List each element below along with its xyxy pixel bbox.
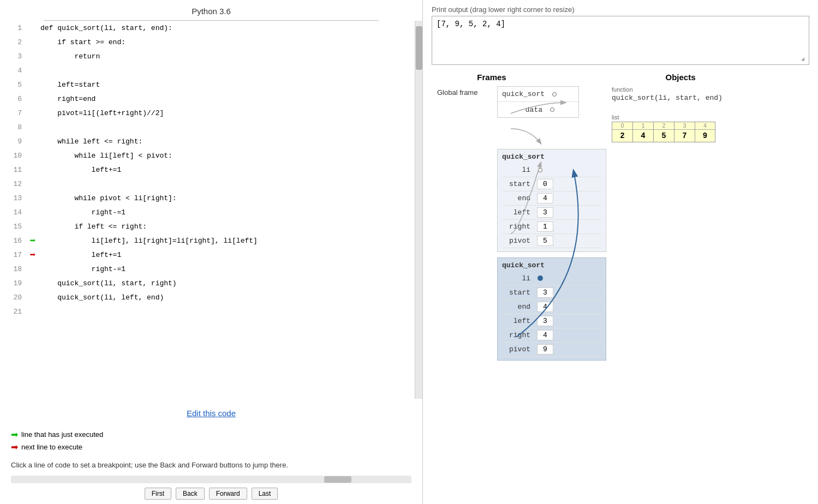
cell-index-4: 4 <box>695 122 715 130</box>
h-scrollbar-thumb[interactable] <box>324 476 351 483</box>
code-line-19[interactable]: 19 quick_sort(li, start, right) <box>0 276 415 290</box>
frame1-row: quick_sort listart0end4left3right1pivot5 <box>437 149 809 252</box>
var-name-li: li <box>502 166 535 174</box>
line-arrow-2 <box>27 35 38 49</box>
frame-var-right: right4 <box>502 328 601 343</box>
line-code-7: pivot=li[(left+right)//2] <box>38 106 415 120</box>
var-name-quicksort: quick_sort <box>498 90 549 98</box>
var-value-left: 3 <box>537 316 553 326</box>
code-line-18[interactable]: 18 right-=1 <box>0 262 415 276</box>
code-line-9[interactable]: 9 while left <= right: <box>0 134 415 148</box>
var-name-right: right <box>502 331 535 339</box>
frame-var-li: li <box>502 163 601 177</box>
code-line-20[interactable]: 20 quick_sort(li, left, end) <box>0 290 415 304</box>
var-value-right: 4 <box>537 330 553 340</box>
legend-green-label: line that has just executed <box>21 430 103 439</box>
var-value-start: 3 <box>537 287 553 298</box>
frames-col-header: Frames <box>432 73 552 82</box>
line-arrow-5 <box>27 77 38 92</box>
line-number-2: 2 <box>0 35 27 49</box>
list-cell-3: 37 <box>674 122 695 142</box>
frame1-vars: listart0end4left3right1pivot5 <box>502 163 601 248</box>
last-button[interactable]: Last <box>252 488 278 500</box>
function-obj-name: quick_sort(li, start, end) <box>612 94 809 102</box>
code-scrollbar[interactable] <box>415 21 422 399</box>
objects-area: function quick_sort(li, start, end) list… <box>612 86 809 142</box>
list-cell-1: 14 <box>632 122 653 142</box>
line-arrow-20 <box>27 290 38 304</box>
code-line-5[interactable]: 5 left=start <box>0 77 415 92</box>
var-name-data: data <box>498 106 547 114</box>
green-arrow-icon: ➡ <box>11 429 18 440</box>
line-code-10: while li[left] < pivot: <box>38 148 415 163</box>
code-line-21[interactable]: 21 <box>0 304 415 319</box>
var-name-pivot: pivot <box>502 345 535 353</box>
line-arrow-1 <box>27 21 38 35</box>
code-line-10[interactable]: 10 while li[left] < pivot: <box>0 148 415 163</box>
cell-index-2: 2 <box>654 122 674 130</box>
frame-var-right: right1 <box>502 220 601 234</box>
forward-button[interactable]: Forward <box>209 488 247 500</box>
line-arrow-15 <box>27 219 38 233</box>
line-number-17: 17 <box>0 248 27 262</box>
global-frame-label: Global frame <box>437 86 497 97</box>
var-name-start: start <box>502 289 535 297</box>
list-cell-0: 02 <box>612 122 632 142</box>
line-code-2: if start >= end: <box>38 35 415 49</box>
print-output-value: [7, 9, 5, 2, 4] <box>437 20 505 28</box>
var-dot-li <box>535 274 546 283</box>
var-name-end: end <box>502 303 535 311</box>
back-button[interactable]: Back <box>176 488 205 500</box>
line-number-13: 13 <box>0 191 27 205</box>
print-output-label: Print output (drag lower right corner to… <box>432 5 809 14</box>
cell-index-1: 1 <box>633 122 653 130</box>
frame-var-pivot: pivot5 <box>502 234 601 248</box>
line-code-8 <box>38 120 415 134</box>
code-line-14[interactable]: 14 right-=1 <box>0 205 415 219</box>
var-value-end: 4 <box>537 193 553 203</box>
var-value-right: 1 <box>537 221 553 232</box>
line-number-14: 14 <box>0 205 27 219</box>
line-arrow-6 <box>27 92 38 106</box>
code-line-7[interactable]: 7 pivot=li[(left+right)//2] <box>0 106 415 120</box>
line-number-20: 20 <box>0 290 27 304</box>
var-value-start: 0 <box>537 179 553 189</box>
resize-handle[interactable]: ◢ <box>801 57 808 63</box>
line-number-18: 18 <box>0 262 27 276</box>
edit-link[interactable]: Edit this code <box>187 409 236 418</box>
legend-red: ➡ next line to execute <box>11 442 411 452</box>
panel-title: Python 3.6 <box>0 0 422 20</box>
code-line-2[interactable]: 2 if start >= end: <box>0 35 415 49</box>
code-line-3[interactable]: 3 return <box>0 49 415 63</box>
dot-quicksort <box>552 92 557 97</box>
list-obj: list 0214253749 <box>612 114 809 142</box>
cell-value-4: 9 <box>700 130 710 142</box>
code-line-13[interactable]: 13 while pivot < li[right]: <box>0 191 415 205</box>
code-line-8[interactable]: 8 <box>0 120 415 134</box>
var-value-pivot: 9 <box>537 344 553 355</box>
horizontal-scrollbar[interactable] <box>11 476 411 483</box>
code-line-15[interactable]: 15 if left <= right: <box>0 219 415 233</box>
code-line-6[interactable]: 6 right=end <box>0 92 415 106</box>
list-obj-label: list <box>612 114 809 121</box>
line-number-15: 15 <box>0 219 27 233</box>
line-arrow-18 <box>27 262 38 276</box>
code-lines-area: 1def quick_sort(li, start, end):2 if sta… <box>0 21 415 399</box>
code-line-16[interactable]: 16➡ li[left], li[right]=li[right], li[le… <box>0 233 415 248</box>
first-button[interactable]: First <box>145 488 171 500</box>
code-line-4[interactable]: 4 <box>0 63 415 77</box>
var-dot-data <box>547 105 558 114</box>
line-code-11: left+=1 <box>38 163 415 177</box>
line-code-3: return <box>38 49 415 63</box>
frame-var-end: end4 <box>502 191 601 206</box>
code-line-1[interactable]: 1def quick_sort(li, start, end): <box>0 21 415 35</box>
code-line-11[interactable]: 11 left+=1 <box>0 163 415 177</box>
code-line-12[interactable]: 12 <box>0 177 415 191</box>
line-arrow-19 <box>27 276 38 290</box>
cell-value-3: 7 <box>679 130 690 142</box>
line-code-9: while left <= right: <box>38 134 415 148</box>
frame-var-end: end4 <box>502 300 601 314</box>
code-line-17[interactable]: 17➡ left+=1 <box>0 248 415 262</box>
scrollbar-thumb[interactable] <box>416 26 422 70</box>
right-frames-area: Global frame quick_sort data <box>432 86 809 413</box>
